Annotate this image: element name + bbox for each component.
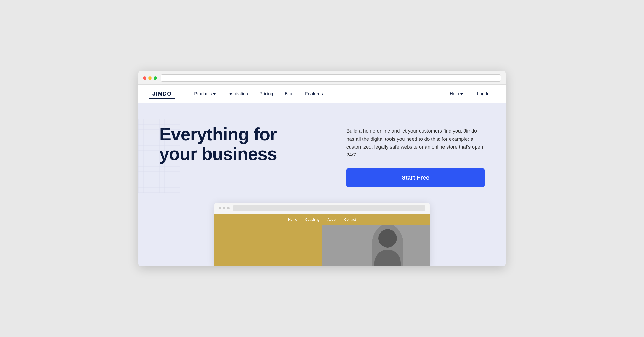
- hero-section: Everything for your business Build a hom…: [138, 103, 506, 266]
- preview-left-section: [214, 225, 322, 266]
- preview-dot-2: [223, 207, 225, 209]
- preview-nav-about: About: [327, 218, 336, 222]
- maximize-button[interactable]: [154, 76, 157, 80]
- logo[interactable]: JIMDO: [149, 89, 175, 99]
- decorative-grid: [138, 119, 180, 193]
- person-head: [378, 229, 397, 248]
- navbar: JIMDO Products Inspiration Pricing Blog …: [138, 85, 506, 103]
- nav-features[interactable]: Features: [299, 85, 329, 103]
- svg-rect-1: [138, 119, 180, 193]
- help-dropdown-icon: [460, 93, 463, 95]
- preview-nav-contact: Contact: [344, 218, 356, 222]
- preview-chrome: [214, 203, 430, 214]
- browser-window: JIMDO Products Inspiration Pricing Blog …: [138, 71, 506, 266]
- hero-title: Everything for your business: [159, 124, 325, 164]
- preview-nav: Home Coaching About Contact: [214, 214, 430, 225]
- preview-nav-home: Home: [288, 218, 297, 222]
- hero-left: Everything for your business: [159, 124, 325, 164]
- hero-description: Build a home online and let your custome…: [346, 127, 485, 159]
- preview-address-bar: [233, 205, 425, 211]
- window-controls: [143, 76, 157, 80]
- person-body: [374, 250, 401, 266]
- nav-links: Products Inspiration Pricing Blog Featur…: [188, 85, 444, 103]
- browser-chrome: [138, 71, 506, 85]
- preview-dot-3: [227, 207, 230, 209]
- preview-right-section: [322, 225, 430, 266]
- preview-browser: Home Coaching About Contact: [214, 203, 430, 266]
- preview-dot-1: [219, 207, 221, 209]
- minimize-button[interactable]: [148, 76, 152, 80]
- nav-products[interactable]: Products: [188, 85, 221, 103]
- preview-nav-coaching: Coaching: [305, 218, 319, 222]
- address-bar[interactable]: [161, 74, 501, 82]
- nav-pricing[interactable]: Pricing: [254, 85, 279, 103]
- start-free-button[interactable]: Start Free: [346, 168, 485, 187]
- preview-website: Home Coaching About Contact: [214, 214, 430, 266]
- nav-login[interactable]: Log In: [471, 85, 495, 103]
- nav-right: Help Log In: [444, 85, 495, 103]
- hero-right: Build a home online and let your custome…: [346, 124, 485, 187]
- hero-content: Everything for your business Build a hom…: [159, 124, 485, 187]
- preview-dots: [219, 207, 230, 209]
- preview-person-silhouette: [372, 225, 403, 266]
- close-button[interactable]: [143, 76, 146, 80]
- preview-hero-content: [214, 225, 430, 266]
- nav-blog[interactable]: Blog: [279, 85, 299, 103]
- website-preview-container: Home Coaching About Contact: [159, 203, 485, 266]
- nav-inspiration[interactable]: Inspiration: [221, 85, 254, 103]
- products-dropdown-icon: [213, 93, 216, 95]
- nav-help[interactable]: Help: [444, 85, 469, 103]
